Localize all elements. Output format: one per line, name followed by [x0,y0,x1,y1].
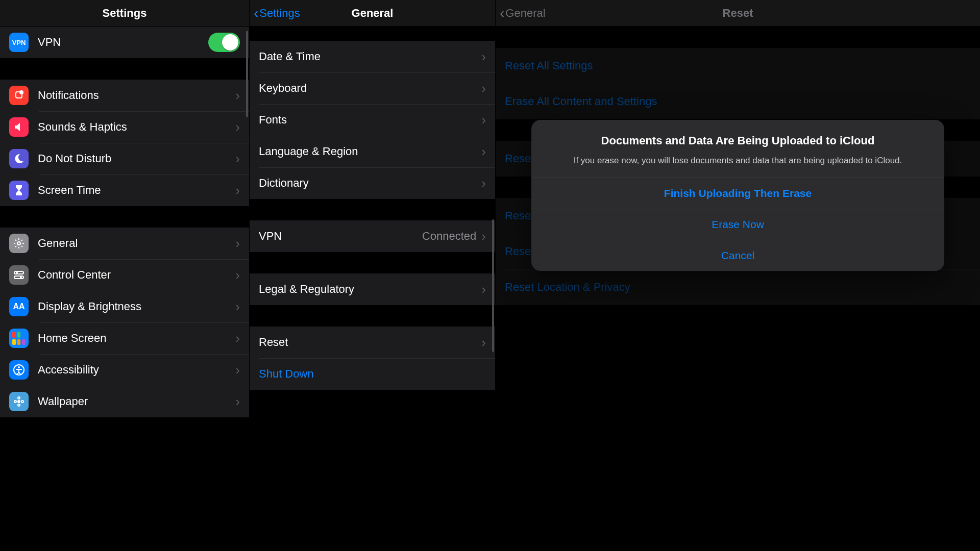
row-label: Wallpaper [38,395,235,408]
svg-rect-5 [14,276,23,279]
row-date-time[interactable]: Date & Time › [250,41,495,72]
row-fonts[interactable]: Fonts › [250,104,495,136]
row-label: Home Screen [38,332,235,345]
switches-icon [9,265,29,285]
row-keyboard[interactable]: Keyboard › [250,72,495,104]
row-label: Legal & Regulatory [259,283,481,296]
chevron-right-icon: › [235,151,240,167]
row-home-screen[interactable]: Home Screen › [0,322,249,354]
chevron-right-icon: › [481,229,486,244]
row-label: Screen Time [38,184,235,197]
row-label: Fonts [259,113,481,127]
text-size-icon: AA [9,297,29,316]
row-sounds[interactable]: Sounds & Haptics › [0,111,249,143]
row-language-region[interactable]: Language & Region › [250,136,495,167]
navbar-settings: Settings [0,0,249,27]
chevron-right-icon: › [481,176,486,191]
gear-icon [9,234,29,253]
row-label: Do Not Disturb [38,152,235,165]
alert-header: Documents and Data Are Being Uploaded to… [531,120,944,178]
svg-rect-3 [14,271,23,274]
group-general: General › Control Center › AA Display & … [0,228,249,417]
group-vpn: VPN VPN [0,27,249,58]
row-notifications[interactable]: Notifications › [0,80,249,111]
row-label: Keyboard [259,82,481,95]
row-label: Shut Down [259,367,486,381]
row-label: VPN [259,230,422,243]
row-control-center[interactable]: Control Center › [0,259,249,291]
finish-uploading-button[interactable]: Finish Uploading Then Erase [531,178,944,209]
chevron-right-icon: › [235,119,240,135]
home-grid-icon [9,329,29,348]
person-icon [9,360,29,380]
chevron-left-icon: ‹ [254,6,258,20]
row-label: General [38,237,235,250]
settings-screen: Settings VPN VPN Notifications › [0,0,249,551]
back-button: ‹ General [500,0,546,26]
icloud-upload-alert: Documents and Data Are Being Uploaded to… [531,120,944,271]
svg-point-12 [14,400,16,403]
erase-now-button[interactable]: Erase Now [531,209,944,240]
row-screen-time[interactable]: Screen Time › [0,174,249,206]
svg-point-10 [18,397,20,399]
page-title: Settings [103,7,147,20]
hourglass-icon [9,181,29,200]
row-value: Connected [422,230,476,243]
svg-point-8 [18,366,20,368]
chevron-right-icon: › [235,183,240,198]
vpn-toggle[interactable] [208,33,240,52]
general-screen: ‹ Settings General Date & Time › Keyboar… [249,0,495,551]
alert-message: If you erase now, you will lose document… [544,155,932,167]
chevron-left-icon: ‹ [500,6,504,20]
row-label: Control Center [38,268,235,282]
scrollbar[interactable] [492,219,494,352]
row-label: Reset All Settings [505,59,971,72]
chevron-right-icon: › [481,282,486,297]
row-vpn-status[interactable]: VPN Connected › [250,220,495,252]
row-wallpaper[interactable]: Wallpaper › [0,386,249,417]
group-datetime: Date & Time › Keyboard › Fonts › Languag… [250,41,495,199]
row-general[interactable]: General › [0,228,249,259]
chevron-right-icon: › [481,144,486,160]
chevron-right-icon: › [235,267,240,283]
row-vpn-toggle[interactable]: VPN VPN [0,27,249,58]
moon-icon [9,149,29,168]
row-dnd[interactable]: Do Not Disturb › [0,143,249,174]
chevron-right-icon: › [481,335,486,350]
back-label: Settings [259,7,300,20]
row-erase-all: Erase All Content and Settings [496,84,980,119]
svg-point-13 [21,400,23,403]
row-label: Dictionary [259,177,481,190]
page-title: General [352,7,394,20]
cancel-button[interactable]: Cancel [531,240,944,271]
group-reset: Reset › Shut Down [250,327,495,390]
row-label: Accessibility [38,363,235,377]
navbar-reset: ‹ General Reset [496,0,980,27]
row-label: Language & Region [259,145,481,158]
svg-point-6 [20,277,22,279]
chevron-right-icon: › [235,236,240,252]
back-button[interactable]: ‹ Settings [254,0,300,26]
chevron-right-icon: › [481,49,486,65]
row-legal[interactable]: Legal & Regulatory › [250,273,495,305]
back-label: General [505,7,545,20]
vpn-icon: VPN [9,33,29,52]
svg-point-11 [18,404,20,406]
row-accessibility[interactable]: Accessibility › [0,354,249,386]
group-legal: Legal & Regulatory › [250,273,495,305]
svg-point-9 [17,400,20,403]
row-dictionary[interactable]: Dictionary › [250,167,495,199]
row-label: Erase All Content and Settings [505,95,971,108]
row-display[interactable]: AA Display & Brightness › [0,291,249,322]
group-vpn-status: VPN Connected › [250,220,495,252]
chevron-right-icon: › [235,88,240,104]
row-label: Date & Time [259,50,481,63]
scrollbar[interactable] [246,31,248,117]
navbar-general: ‹ Settings General [250,0,495,27]
row-shut-down[interactable]: Shut Down [250,358,495,390]
page-title: Reset [723,7,753,20]
row-label: VPN [38,36,208,49]
group-notifications: Notifications › Sounds & Haptics › Do No… [0,80,249,206]
speaker-icon [9,117,29,137]
row-reset[interactable]: Reset › [250,327,495,358]
